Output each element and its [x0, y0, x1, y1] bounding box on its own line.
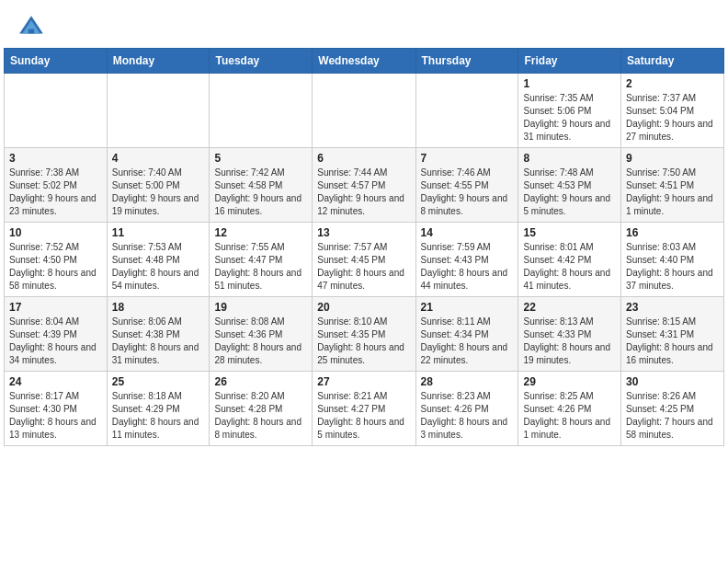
- calendar-cell: 13Sunrise: 7:57 AM Sunset: 4:45 PM Dayli…: [313, 223, 415, 297]
- calendar-body: 1Sunrise: 7:35 AM Sunset: 5:06 PM Daylig…: [5, 74, 724, 446]
- day-number: 16: [626, 226, 719, 239]
- day-detail: Sunrise: 7:52 AM Sunset: 4:50 PM Dayligh…: [9, 241, 102, 293]
- day-detail: Sunrise: 8:26 AM Sunset: 4:25 PM Dayligh…: [626, 390, 719, 442]
- week-row-1: 1Sunrise: 7:35 AM Sunset: 5:06 PM Daylig…: [5, 74, 724, 148]
- day-number: 18: [112, 301, 205, 314]
- day-number: 30: [626, 375, 719, 388]
- day-detail: Sunrise: 7:57 AM Sunset: 4:45 PM Dayligh…: [317, 241, 410, 293]
- day-number: 5: [214, 152, 307, 165]
- day-number: 11: [112, 226, 205, 239]
- day-detail: Sunrise: 7:53 AM Sunset: 4:48 PM Dayligh…: [112, 241, 205, 293]
- calendar-cell: 14Sunrise: 7:59 AM Sunset: 4:43 PM Dayli…: [415, 223, 518, 297]
- svg-rect-2: [28, 29, 34, 34]
- day-detail: Sunrise: 7:42 AM Sunset: 4:58 PM Dayligh…: [214, 167, 307, 218]
- day-detail: Sunrise: 8:15 AM Sunset: 4:31 PM Dayligh…: [626, 316, 719, 367]
- calendar-container: SundayMondayTuesdayWednesdayThursdayFrid…: [0, 48, 728, 450]
- day-detail: Sunrise: 7:44 AM Sunset: 4:57 PM Dayligh…: [317, 167, 410, 218]
- calendar-cell: 21Sunrise: 8:11 AM Sunset: 4:34 PM Dayli…: [415, 297, 518, 372]
- day-detail: Sunrise: 8:10 AM Sunset: 4:35 PM Dayligh…: [317, 316, 410, 367]
- day-number: 24: [9, 375, 102, 388]
- day-detail: Sunrise: 7:59 AM Sunset: 4:43 PM Dayligh…: [421, 241, 514, 293]
- calendar-cell: 4Sunrise: 7:40 AM Sunset: 5:00 PM Daylig…: [107, 148, 210, 223]
- day-number: 15: [523, 226, 616, 239]
- day-number: 13: [317, 226, 410, 239]
- day-number: 7: [421, 152, 514, 165]
- day-number: 4: [112, 152, 205, 165]
- day-detail: Sunrise: 8:08 AM Sunset: 4:36 PM Dayligh…: [214, 316, 307, 367]
- day-number: 21: [421, 301, 514, 314]
- calendar-cell: 27Sunrise: 8:21 AM Sunset: 4:27 PM Dayli…: [313, 372, 415, 446]
- calendar-cell: 2Sunrise: 7:37 AM Sunset: 5:04 PM Daylig…: [621, 74, 724, 148]
- calendar-cell: [313, 74, 415, 148]
- calendar-cell: 3Sunrise: 7:38 AM Sunset: 5:02 PM Daylig…: [5, 148, 108, 223]
- weekday-header-tuesday: Tuesday: [210, 49, 313, 74]
- week-row-3: 10Sunrise: 7:52 AM Sunset: 4:50 PM Dayli…: [5, 223, 724, 297]
- calendar-cell: [107, 74, 210, 148]
- day-detail: Sunrise: 8:23 AM Sunset: 4:26 PM Dayligh…: [421, 390, 514, 442]
- week-row-5: 24Sunrise: 8:17 AM Sunset: 4:30 PM Dayli…: [5, 372, 724, 446]
- calendar-cell: [210, 74, 313, 148]
- day-number: 28: [421, 375, 514, 388]
- day-detail: Sunrise: 7:35 AM Sunset: 5:06 PM Dayligh…: [523, 92, 616, 144]
- calendar-cell: 30Sunrise: 8:26 AM Sunset: 4:25 PM Dayli…: [621, 372, 724, 446]
- day-number: 6: [317, 152, 410, 165]
- calendar-cell: 9Sunrise: 7:50 AM Sunset: 4:51 PM Daylig…: [621, 148, 724, 223]
- calendar-cell: 7Sunrise: 7:46 AM Sunset: 4:55 PM Daylig…: [415, 148, 518, 223]
- day-detail: Sunrise: 8:17 AM Sunset: 4:30 PM Dayligh…: [9, 390, 102, 442]
- calendar-cell: 23Sunrise: 8:15 AM Sunset: 4:31 PM Dayli…: [621, 297, 724, 372]
- weekday-header-friday: Friday: [518, 49, 621, 74]
- day-detail: Sunrise: 7:38 AM Sunset: 5:02 PM Dayligh…: [9, 167, 102, 218]
- day-number: 12: [214, 226, 307, 239]
- day-detail: Sunrise: 8:25 AM Sunset: 4:26 PM Dayligh…: [523, 390, 616, 442]
- calendar-cell: 19Sunrise: 8:08 AM Sunset: 4:36 PM Dayli…: [210, 297, 313, 372]
- week-row-4: 17Sunrise: 8:04 AM Sunset: 4:39 PM Dayli…: [5, 297, 724, 372]
- day-detail: Sunrise: 8:11 AM Sunset: 4:34 PM Dayligh…: [421, 316, 514, 367]
- calendar-cell: 8Sunrise: 7:48 AM Sunset: 4:53 PM Daylig…: [518, 148, 621, 223]
- calendar-cell: 24Sunrise: 8:17 AM Sunset: 4:30 PM Dayli…: [5, 372, 108, 446]
- calendar-cell: 25Sunrise: 8:18 AM Sunset: 4:29 PM Dayli…: [107, 372, 210, 446]
- calendar-cell: 1Sunrise: 7:35 AM Sunset: 5:06 PM Daylig…: [518, 74, 621, 148]
- day-number: 26: [214, 375, 307, 388]
- calendar-cell: 6Sunrise: 7:44 AM Sunset: 4:57 PM Daylig…: [313, 148, 415, 223]
- day-detail: Sunrise: 7:37 AM Sunset: 5:04 PM Dayligh…: [626, 92, 719, 144]
- day-detail: Sunrise: 7:50 AM Sunset: 4:51 PM Dayligh…: [626, 167, 719, 218]
- day-detail: Sunrise: 8:06 AM Sunset: 4:38 PM Dayligh…: [112, 316, 205, 367]
- day-number: 20: [317, 301, 410, 314]
- weekday-header-row: SundayMondayTuesdayWednesdayThursdayFrid…: [5, 49, 724, 74]
- day-number: 1: [523, 77, 616, 90]
- day-number: 25: [112, 375, 205, 388]
- day-number: 17: [9, 301, 102, 314]
- week-row-2: 3Sunrise: 7:38 AM Sunset: 5:02 PM Daylig…: [5, 148, 724, 223]
- day-number: 19: [214, 301, 307, 314]
- calendar-cell: 11Sunrise: 7:53 AM Sunset: 4:48 PM Dayli…: [107, 223, 210, 297]
- day-number: 2: [626, 77, 719, 90]
- calendar-cell: 12Sunrise: 7:55 AM Sunset: 4:47 PM Dayli…: [210, 223, 313, 297]
- weekday-header-thursday: Thursday: [415, 49, 518, 74]
- calendar-cell: [415, 74, 518, 148]
- calendar-header: SundayMondayTuesdayWednesdayThursdayFrid…: [5, 49, 724, 74]
- calendar-cell: 29Sunrise: 8:25 AM Sunset: 4:26 PM Dayli…: [518, 372, 621, 446]
- day-detail: Sunrise: 8:04 AM Sunset: 4:39 PM Dayligh…: [9, 316, 102, 367]
- weekday-header-wednesday: Wednesday: [313, 49, 415, 74]
- day-detail: Sunrise: 7:40 AM Sunset: 5:00 PM Dayligh…: [112, 167, 205, 218]
- day-detail: Sunrise: 8:20 AM Sunset: 4:28 PM Dayligh…: [214, 390, 307, 442]
- weekday-header-sunday: Sunday: [5, 49, 108, 74]
- day-number: 9: [626, 152, 719, 165]
- weekday-header-saturday: Saturday: [621, 49, 724, 74]
- day-number: 14: [421, 226, 514, 239]
- logo-icon: [17, 13, 46, 42]
- calendar-cell: 17Sunrise: 8:04 AM Sunset: 4:39 PM Dayli…: [5, 297, 108, 372]
- calendar-cell: 22Sunrise: 8:13 AM Sunset: 4:33 PM Dayli…: [518, 297, 621, 372]
- calendar-cell: 18Sunrise: 8:06 AM Sunset: 4:38 PM Dayli…: [107, 297, 210, 372]
- calendar-cell: 5Sunrise: 7:42 AM Sunset: 4:58 PM Daylig…: [210, 148, 313, 223]
- day-number: 23: [626, 301, 719, 314]
- day-detail: Sunrise: 8:03 AM Sunset: 4:40 PM Dayligh…: [626, 241, 719, 293]
- day-detail: Sunrise: 7:46 AM Sunset: 4:55 PM Dayligh…: [421, 167, 514, 218]
- day-detail: Sunrise: 7:55 AM Sunset: 4:47 PM Dayligh…: [214, 241, 307, 293]
- calendar-cell: 20Sunrise: 8:10 AM Sunset: 4:35 PM Dayli…: [313, 297, 415, 372]
- calendar-cell: 26Sunrise: 8:20 AM Sunset: 4:28 PM Dayli…: [210, 372, 313, 446]
- day-number: 3: [9, 152, 102, 165]
- calendar-cell: 10Sunrise: 7:52 AM Sunset: 4:50 PM Dayli…: [5, 223, 108, 297]
- calendar-table: SundayMondayTuesdayWednesdayThursdayFrid…: [4, 48, 724, 446]
- day-number: 22: [523, 301, 616, 314]
